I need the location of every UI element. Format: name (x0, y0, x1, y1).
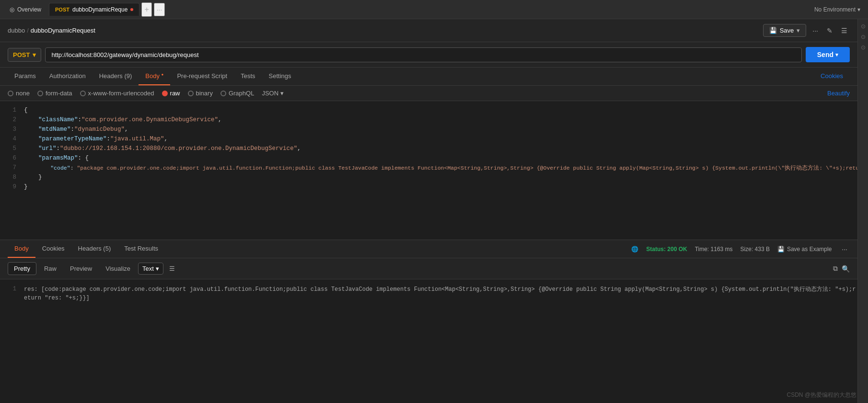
time-label: Time: 1163 ms (695, 246, 733, 253)
breadcrumb: dubbo / dubboDynamicRequest (8, 27, 95, 34)
beautify-button[interactable]: Beautify (827, 90, 850, 97)
send-chevron-icon: ▾ (835, 52, 838, 58)
radio-urlencoded (80, 91, 86, 96)
tab-params[interactable]: Params (8, 68, 43, 85)
text-chevron-icon: ▾ (156, 265, 159, 272)
method-select[interactable]: POST ▾ (8, 48, 41, 62)
format-raw-button[interactable]: Raw (38, 263, 62, 275)
format-pretty-button[interactable]: Pretty (8, 262, 36, 275)
save-example-button[interactable]: 💾 Save as Example (777, 246, 832, 253)
url-input[interactable] (45, 47, 801, 62)
request-header: dubbo / dubboDynamicRequest 💾 Save ▾ ···… (0, 19, 857, 42)
method-badge: POST (55, 7, 69, 12)
tab-body[interactable]: Body ● (139, 68, 170, 85)
body-type-form-data[interactable]: form-data (37, 90, 72, 97)
code-line-1: 1 { (0, 107, 857, 116)
json-chevron-icon: ▾ (280, 90, 284, 97)
body-type-bar: none form-data x-www-form-urlencoded raw… (0, 86, 857, 101)
overview-icon: ◎ (10, 6, 14, 13)
code-line-6: 6 "paramsMap": { (0, 155, 857, 164)
edit-button[interactable]: ✎ (824, 24, 835, 37)
more-options-button[interactable]: ··· (810, 24, 821, 37)
tab-headers[interactable]: Headers (9) (93, 68, 139, 85)
resp-tab-body[interactable]: Body (8, 240, 35, 258)
radio-binary (188, 91, 194, 96)
radio-none (8, 91, 13, 96)
right-sidebar-strip: ⊙ ⊙ ⊙ (857, 19, 868, 403)
watermark: CSDN @热爱编程的大忽悠 (787, 391, 856, 399)
breadcrumb-parent[interactable]: dubbo (8, 27, 25, 34)
response-content: 1 res: [code:package com.provider.one.co… (0, 279, 857, 403)
save-example-icon: 💾 (777, 246, 785, 253)
code-line-9: 9 } (0, 184, 857, 193)
tab-bar: ◎ Overview POST dubboDynamicReque + ··· … (0, 0, 868, 19)
main-layout: dubbo / dubboDynamicRequest 💾 Save ▾ ···… (0, 19, 857, 403)
format-visualize-button[interactable]: Visualize (100, 263, 136, 275)
save-button[interactable]: 💾 Save ▾ (763, 24, 807, 37)
radio-graphql (220, 91, 226, 96)
breadcrumb-sep: / (27, 27, 29, 34)
radio-raw (162, 91, 168, 96)
body-type-raw[interactable]: raw (162, 90, 180, 97)
body-type-urlencoded[interactable]: x-www-form-urlencoded (80, 90, 154, 97)
size-label: Size: 433 B (741, 246, 770, 253)
code-line-7: 7 "code": "package com.provider.one.code… (0, 164, 857, 174)
resp-tab-cookies[interactable]: Cookies (35, 240, 71, 258)
copy-response-button[interactable]: ⧉ (833, 265, 838, 273)
method-label: POST (13, 51, 30, 58)
response-area: Body Cookies Headers (5) Test Results 🌐 … (0, 240, 857, 403)
doc-button[interactable]: ☰ (839, 24, 850, 37)
status-badge: Status: 200 OK (646, 246, 687, 253)
add-tab-button[interactable]: + (141, 2, 151, 17)
tab-tests[interactable]: Tests (234, 68, 262, 85)
tab-overview[interactable]: ◎ Overview (4, 3, 47, 16)
tab-active-request[interactable]: POST dubboDynamicReque (49, 3, 139, 16)
send-button[interactable]: Send ▾ (806, 47, 850, 62)
tab-cookies[interactable]: Cookies (814, 68, 850, 85)
radio-form-data (37, 91, 43, 96)
env-selector[interactable]: No Environment ▾ (810, 4, 864, 15)
code-line-5: 5 "url":"dubbo://192.168.154.1:20880/com… (0, 145, 857, 155)
strip-icon-2[interactable]: ⊙ (861, 34, 866, 40)
json-format-select[interactable]: JSON ▾ (262, 90, 284, 97)
more-tabs-button[interactable]: ··· (154, 3, 165, 16)
tab-pre-request-script[interactable]: Pre-request Script (170, 68, 234, 85)
method-chevron-icon: ▾ (33, 51, 36, 58)
resp-tab-headers[interactable]: Headers (5) (71, 240, 118, 258)
body-type-binary[interactable]: binary (188, 90, 213, 97)
response-more-button[interactable]: ··· (839, 243, 850, 255)
request-tabs: Params Authorization Headers (9) Body ● … (0, 68, 857, 86)
header-actions: 💾 Save ▾ ··· ✎ ☰ (763, 24, 850, 37)
globe-icon: 🌐 (631, 246, 638, 253)
code-line-4: 4 "parameterTypeName":"java.util.Map", (0, 136, 857, 145)
response-tabs-bar: Body Cookies Headers (5) Test Results 🌐 … (0, 240, 857, 258)
resp-line-1: 1 res: [code:package com.provider.one.co… (0, 285, 857, 302)
code-line-2: 2 "className":"com.provider.one.DynamicD… (0, 116, 857, 126)
text-format-select[interactable]: Text ▾ (138, 263, 163, 275)
body-type-none[interactable]: none (8, 90, 30, 97)
code-line-3: 3 "mtdName":"dynamicDebug", (0, 126, 857, 136)
breadcrumb-current: dubboDynamicRequest (31, 27, 95, 34)
code-editor[interactable]: 1 { 2 "className":"com.provider.one.Dyna… (0, 101, 857, 240)
response-format-bar: Pretty Raw Preview Visualize Text ▾ ☰ ⧉ … (0, 258, 857, 279)
filter-icon[interactable]: ☰ (169, 265, 175, 272)
resp-tab-test-results[interactable]: Test Results (117, 240, 165, 258)
save-chevron-icon[interactable]: ▾ (797, 27, 800, 34)
code-line-8: 8 } (0, 174, 857, 184)
unsaved-dot (130, 8, 133, 11)
strip-icon-3[interactable]: ⊙ (861, 44, 866, 51)
response-action-icons: ⧉ 🔍 (833, 265, 850, 273)
body-type-graphql[interactable]: GraphQL (220, 90, 254, 97)
tab-authorization[interactable]: Authorization (43, 68, 93, 85)
format-preview-button[interactable]: Preview (64, 263, 98, 275)
url-bar: POST ▾ Send ▾ (0, 42, 857, 68)
response-meta: 🌐 Status: 200 OK Time: 1163 ms Size: 433… (631, 243, 850, 255)
save-icon: 💾 (769, 27, 777, 34)
search-response-button[interactable]: 🔍 (842, 265, 850, 273)
tab-settings[interactable]: Settings (262, 68, 298, 85)
strip-icon-1[interactable]: ⊙ (861, 23, 866, 30)
